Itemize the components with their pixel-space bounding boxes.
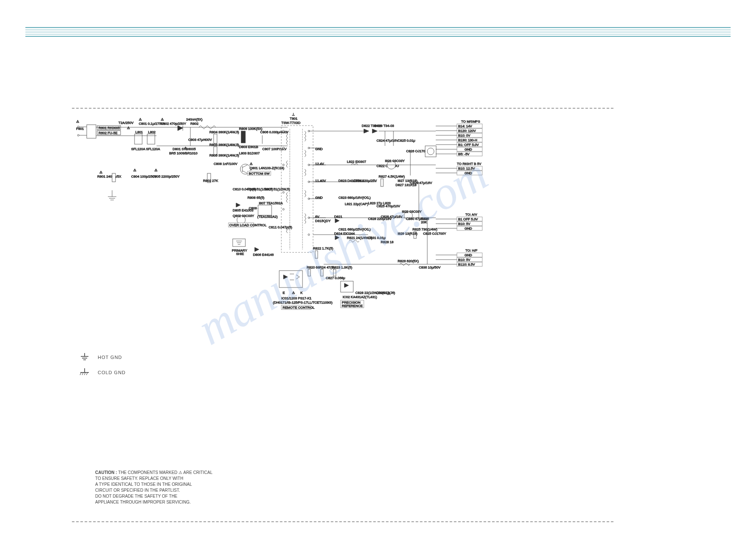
schematic-diagram: manualshive.com ⚠ F801 R601 RK0005 R602 … [72,108,613,395]
svg-text:R809 100K(5X): R809 100K(5X) [239,127,262,131]
svg-text:⚠: ⚠ [154,168,157,172]
svg-text:Q801 L4N103-Z(5C24): Q801 L4N103-Z(5C24) [250,166,284,170]
svg-text:C821 680μ/25V(KXL): C821 680μ/25V(KXL) [338,227,371,231]
svg-text:TO RIGHT B 5V: TO RIGHT B 5V [457,162,481,166]
svg-text:R808 65(5): R808 65(5) [247,196,264,200]
svg-text:REFERENCE: REFERENCE [342,304,363,308]
svg-text:B120: 120V: B120: 120V [458,129,476,133]
svg-marker-141 [335,236,339,240]
svg-text:C828 220μ/16V: C828 220μ/16V [368,217,392,221]
svg-rect-51 [241,131,245,143]
svg-text:T801: T801 [290,117,298,120]
svg-text:T2A/250V: T2A/250V [118,121,134,125]
cold-ground-legend: COLD GND [78,367,126,378]
svg-text:6V: 6V [315,215,319,219]
svg-point-4 [77,134,79,136]
svg-marker-26 [178,126,183,131]
svg-text:D821: D821 [334,215,343,219]
svg-point-102 [283,208,284,210]
svg-text:⚠: ⚠ [250,162,253,166]
hot-ground-label: HOT GND [98,355,122,360]
svg-text:B14: 14V: B14: 14V [458,124,473,128]
svg-text:R823 1.3K(5): R823 1.3K(5) [332,266,352,269]
hot-ground-icon [78,352,91,362]
svg-text:SFL120A: SFL120A [131,147,146,151]
svg-marker-134 [335,219,339,223]
svg-text:BR5 1009/BR1010: BR5 1009/BR1010 [169,151,198,155]
svg-text:Q802 03C03Y: Q802 03C03Y [233,214,254,218]
svg-text:B130: 130-H: B130: 130-H [458,138,477,142]
svg-text:I821 03C03Y: I821 03C03Y [385,159,405,163]
svg-text:C824 220μ/25V: C824 220μ/25V [353,179,377,183]
svg-text:R827 4.5K(1/4W): R827 4.5K(1/4W) [379,175,405,178]
svg-marker-123 [372,129,377,133]
svg-text:R825 730(1/4W): R825 730(1/4W) [412,227,437,231]
svg-text:B1 OFF 5.0V: B1 OFF 5.0V [458,217,478,221]
svg-text:C824 47μ/16V: C824 47μ/16V [377,139,399,142]
svg-text:(TEA1532A2): (TEA1532A2) [257,215,278,219]
svg-text:C831 0.01μ: C831 0.01μ [368,236,386,240]
schematic-top-border [72,108,613,109]
svg-text:⚠: ⚠ [133,168,136,172]
svg-text:⚠: ⚠ [127,126,130,130]
svg-text:IC02 KA431AZ(TL431): IC02 KA431AZ(TL431) [343,295,377,299]
svg-rect-35 [112,173,115,182]
svg-text:I829 13(R19): I829 13(R19) [398,232,418,236]
svg-text:GND: GND [465,148,472,151]
svg-text:C836 10μ/50V: C836 10μ/50V [419,266,441,269]
svg-text:R828 18: R828 18 [381,240,394,244]
svg-text:R822 1.7K(5): R822 1.7K(5) [313,246,333,250]
svg-text:GND: GND [465,253,472,257]
svg-text:L802: L802 [148,130,156,134]
svg-text:⚠: ⚠ [76,120,79,123]
svg-rect-46 [214,134,217,143]
svg-text:B10: 12.5V: B10: 12.5V [458,167,475,170]
svg-text:11.40V: 11.40V [315,179,326,183]
svg-text:⚠: ⚠ [184,146,187,150]
caution-note: CAUTION : THE COMPONENTS MARKED ⚠ ARE CR… [95,470,212,505]
svg-text:GND: GND [315,147,323,151]
svg-text:⊥: ⊥ [292,112,295,116]
svg-point-99 [283,147,284,149]
svg-rect-158 [381,179,383,186]
svg-text:REMOTE CONTROL: REMOTE CONTROL [283,306,315,309]
svg-text:D806 E44146: D806 E44146 [253,253,274,257]
svg-text:B10: 5V: B10: 5V [458,258,470,262]
svg-text:TSW-T7X3D: TSW-T7X3D [281,121,300,125]
svg-text:OVER LOAD CONTROL: OVER LOAD CONTROL [229,223,267,227]
svg-text:⚠: ⚠ [99,170,102,174]
svg-text:I807 TEA1532A: I807 TEA1532A [259,201,283,205]
svg-text:B110: 8.5V: B110: 8.5V [458,263,475,266]
svg-text:BOTTOM SW: BOTTOM SW [249,172,270,175]
svg-line-263 [84,372,85,375]
svg-text:L803 B1D307: L803 B1D307 [239,151,260,155]
svg-text:D824 EIO244: D824 EIO244 [334,232,355,236]
svg-text:R802 27K: R802 27K [203,179,218,183]
svg-text:TO M/SMPS: TO M/SMPS [461,120,480,123]
svg-text:D823 T34-03: D823 T34-03 [374,124,394,128]
header-divider [25,27,731,38]
svg-text:C808 1nF/100V: C808 1nF/100V [214,162,238,166]
svg-text:⚠: ⚠ [161,118,164,121]
svg-line-262 [82,372,83,375]
svg-rect-151 [321,269,323,276]
svg-text:K: K [300,291,303,295]
svg-text:L821 22μ(CAP): L821 22μ(CAP) [345,202,368,206]
svg-text:GND: GND [315,196,323,200]
svg-text:R804 390K(1/4W,5): R804 390K(1/4W,5) [209,130,239,134]
cold-ground-label: COLD GND [98,370,126,375]
svg-text:L801: L801 [135,130,143,134]
svg-point-98 [283,130,284,132]
svg-point-100 [283,164,284,166]
svg-text:B10: 5V: B10: 5V [458,222,470,226]
svg-marker-122 [364,129,369,133]
svg-text:F801: F801 [76,127,84,131]
svg-text:D315QDY: D315QDY [315,219,331,223]
svg-text:240nH(5X): 240nH(5X) [186,118,203,121]
svg-rect-178 [279,271,302,288]
svg-rect-189 [341,281,353,292]
svg-text:R602 FU-5E: R602 FU-5E [99,131,117,135]
svg-marker-73 [236,203,240,207]
schematic-bottom-border [72,521,613,522]
svg-text:B1: OFF 5.0V: B1: OFF 5.0V [458,143,479,147]
